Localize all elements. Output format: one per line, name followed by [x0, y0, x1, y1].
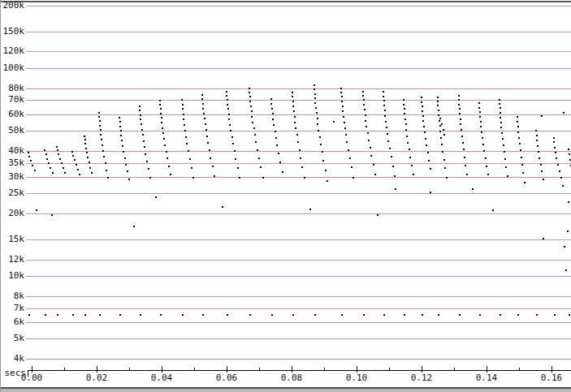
data-point [344, 122, 345, 123]
gridline [26, 163, 571, 164]
data-point [192, 177, 194, 179]
data-point [501, 132, 503, 134]
data-point [461, 136, 463, 137]
data-point [84, 143, 86, 144]
x-axis-tick [292, 366, 292, 373]
data-point [458, 95, 460, 97]
data-point [28, 314, 30, 316]
data-point [222, 206, 223, 208]
data-point [260, 166, 262, 168]
data-point [383, 100, 385, 101]
data-point [537, 145, 539, 147]
x-axis-tick [97, 366, 97, 373]
x-axis-minor-tick [194, 368, 195, 371]
data-point [182, 108, 184, 110]
data-point [163, 138, 165, 140]
data-point [202, 314, 204, 316]
x-axis-tick [487, 366, 487, 373]
data-point [168, 166, 170, 167]
y-axis-tick-label: 80k [2, 84, 24, 93]
data-point [146, 161, 148, 162]
data-point [159, 100, 161, 101]
data-point [59, 158, 61, 160]
x-axis-minor-tick [389, 368, 390, 371]
data-point [124, 157, 126, 159]
data-point [145, 153, 146, 155]
data-point [568, 201, 569, 203]
data-point [403, 99, 404, 101]
data-point [119, 121, 121, 123]
data-point [315, 107, 317, 109]
data-point [517, 116, 518, 118]
x-axis-tick [32, 366, 32, 373]
data-point [446, 177, 448, 179]
data-point [237, 167, 239, 169]
data-point [385, 121, 387, 123]
data-point [214, 175, 215, 177]
data-point [569, 314, 570, 316]
data-point [392, 166, 394, 167]
data-point [258, 157, 260, 159]
gridline [26, 213, 571, 214]
data-point [565, 269, 567, 271]
data-point [479, 111, 481, 113]
data-point [504, 158, 506, 160]
data-point [201, 98, 203, 100]
data-point [536, 140, 538, 141]
data-point [296, 134, 298, 136]
y-axis-tick-label: 12k [2, 255, 24, 265]
data-point [292, 96, 293, 97]
data-point [61, 162, 63, 164]
data-point [559, 170, 560, 172]
data-point [465, 165, 466, 166]
x-axis-tick-label: 0.02 [83, 373, 110, 383]
data-point [301, 166, 303, 168]
data-point [564, 246, 565, 248]
data-point [327, 180, 328, 182]
data-point [46, 158, 48, 160]
data-point [387, 133, 388, 135]
data-point [271, 108, 273, 110]
data-point [250, 106, 252, 107]
data-point [560, 177, 562, 179]
data-point [365, 114, 366, 116]
data-point [522, 172, 524, 174]
data-point [407, 142, 409, 144]
data-point [421, 97, 422, 98]
data-point [439, 118, 441, 119]
data-point [227, 108, 229, 110]
data-point [84, 139, 86, 140]
gridline [26, 114, 571, 115]
gridline [26, 322, 571, 323]
data-point [76, 164, 77, 166]
data-point [536, 314, 538, 316]
gridline [26, 359, 571, 360]
data-point [74, 159, 76, 161]
data-point [161, 117, 162, 118]
data-point [304, 177, 305, 179]
data-point [427, 152, 429, 153]
data-point [254, 134, 256, 136]
data-point [183, 114, 184, 115]
data-point [44, 149, 45, 151]
data-point [411, 165, 413, 166]
data-point [472, 188, 474, 190]
data-point [140, 114, 141, 116]
data-point [231, 136, 233, 138]
data-point [421, 101, 422, 103]
data-point [282, 171, 283, 173]
data-point [84, 136, 85, 137]
x-axis-minor-tick [129, 368, 130, 371]
data-point [517, 314, 519, 316]
data-point [459, 113, 461, 114]
data-point [500, 112, 501, 114]
data-point [442, 151, 443, 153]
data-point [394, 175, 396, 177]
gridline [26, 308, 571, 309]
data-point [333, 121, 335, 123]
data-point [507, 175, 508, 177]
data-point [366, 126, 367, 127]
data-point [309, 209, 311, 210]
data-point [459, 108, 461, 110]
data-point [314, 88, 315, 90]
